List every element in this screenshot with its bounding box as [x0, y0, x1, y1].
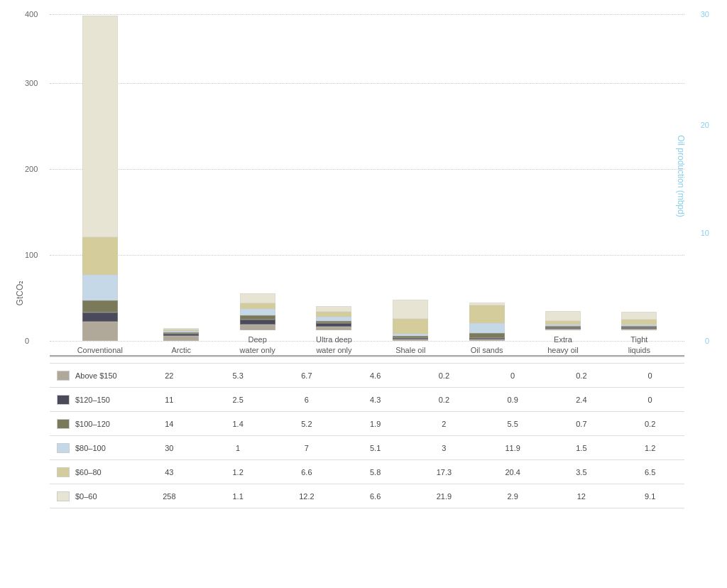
data-cell-60-80-extra-heavy: 3.5 — [547, 468, 616, 477]
data-cell-60-80-tight-liquids: 6.5 — [616, 468, 684, 477]
data-cell-0-60-extra-heavy: 12 — [547, 492, 616, 501]
bar-group-extra-heavy: Extraheavy oil — [545, 311, 581, 355]
stacked-bar-extra-heavy — [545, 311, 581, 331]
y-tick-left: 0 — [25, 337, 29, 345]
legend-label-0-60: $0–60 — [75, 492, 97, 501]
bar-segment-deep-water-above150 — [240, 325, 275, 330]
data-cell-100-120-tight-liquids: 0.2 — [616, 420, 684, 428]
data-cell-80-100-extra-heavy: 1.5 — [547, 444, 616, 452]
bar-group-shale-oil: Shale oil — [393, 300, 428, 355]
bar-segment-conventional-60-80 — [82, 237, 118, 274]
data-cell-80-100-oil-sands: 11.9 — [479, 444, 547, 452]
bar-label-deep-water: Deepwater only — [240, 334, 275, 355]
data-cell-above150-ultra-deep: 4.6 — [341, 371, 410, 380]
bar-segment-shale-oil-above150 — [393, 339, 428, 341]
y-tick-right: 30 — [701, 10, 709, 18]
data-cell-0-60-oil-sands: 2.9 — [479, 492, 547, 501]
data-cell-60-80-ultra-deep: 5.8 — [341, 468, 410, 477]
bar-group-conventional: Conventional — [77, 16, 123, 355]
bar-segment-conventional-120-150 — [82, 312, 118, 322]
bar-segment-arctic-above150 — [163, 336, 199, 340]
bar-group-arctic: Arctic — [163, 328, 199, 355]
bar-segment-tight-liquids-0-60 — [621, 312, 657, 320]
data-cell-above150-shale-oil: 0.2 — [410, 371, 479, 380]
data-cell-120-150-tight-liquids: 0 — [616, 396, 684, 404]
data-cell-60-80-shale-oil: 17.3 — [410, 468, 479, 477]
bar-segment-conventional-0-60 — [82, 16, 118, 237]
legend-label-100-120: $100–120 — [75, 420, 110, 428]
bar-label-arctic: Arctic — [172, 345, 192, 355]
data-cell-100-120-ultra-deep: 1.9 — [341, 420, 410, 428]
bar-segment-deep-water-60-80 — [240, 303, 275, 309]
bar-segment-oil-sands-above150 — [469, 339, 505, 341]
bars-area: ConventionalArcticDeepwater onlyUltra de… — [50, 14, 684, 355]
legend-swatch-120-150 — [57, 395, 70, 405]
bar-segment-oil-sands-80-100 — [469, 323, 505, 333]
legend-swatch-above150 — [57, 371, 70, 381]
data-cell-100-120-arctic: 1.4 — [204, 420, 273, 428]
bar-segment-deep-water-80-100 — [240, 309, 275, 315]
legend-label-120-150: $120–150 — [75, 396, 110, 404]
y-tick-left: 400 — [25, 10, 38, 18]
bar-segment-deep-water-120-150 — [240, 320, 275, 325]
chart-area: 01002003004000102030ConventionalArcticDe… — [50, 14, 684, 355]
legend-label-60-80: $60–80 — [75, 468, 102, 477]
data-cell-100-120-oil-sands: 5.5 — [479, 420, 547, 428]
legend-cell-100-120: $100–120 — [50, 419, 135, 429]
data-cell-0-60-tight-liquids: 9.1 — [616, 492, 684, 501]
data-cell-120-150-ultra-deep: 4.3 — [341, 396, 410, 404]
stacked-bar-shale-oil — [393, 300, 428, 340]
data-table: Above $150225.36.74.60.200.20$120–150112… — [50, 355, 684, 508]
data-cell-100-120-deep-water: 5.2 — [273, 420, 341, 428]
data-cell-80-100-tight-liquids: 1.2 — [616, 444, 684, 452]
data-cell-60-80-arctic: 1.2 — [204, 468, 273, 477]
legend-swatch-80-100 — [57, 443, 70, 453]
data-cell-120-150-extra-heavy: 2.4 — [547, 396, 616, 404]
y-tick-right: 10 — [701, 229, 709, 237]
y-tick-right: 20 — [701, 121, 709, 129]
bar-segment-extra-heavy-0-60 — [545, 311, 581, 322]
legend-swatch-60-80 — [57, 467, 70, 477]
data-cell-0-60-shale-oil: 21.9 — [410, 492, 479, 501]
stacked-bar-oil-sands — [469, 303, 505, 340]
legend-cell-above150: Above $150 — [50, 371, 135, 381]
table-row-80-100: $80–10030175.1311.91.51.2 — [50, 436, 684, 460]
data-cell-80-100-conventional: 30 — [135, 444, 204, 452]
bar-segment-extra-heavy-above150 — [545, 329, 581, 330]
bar-segment-shale-oil-0-60 — [393, 300, 428, 319]
y-tick-left: 200 — [25, 165, 38, 173]
bar-segment-conventional-80-100 — [82, 275, 118, 300]
data-cell-0-60-deep-water: 12.2 — [273, 492, 341, 501]
table-row-60-80: $60–80431.26.65.817.320.43.56.5 — [50, 460, 684, 484]
legend-cell-80-100: $80–100 — [50, 443, 135, 453]
table-row-120-150: $120–150112.564.30.20.92.40 — [50, 388, 684, 412]
data-cell-80-100-ultra-deep: 5.1 — [341, 444, 410, 452]
data-cell-above150-tight-liquids: 0 — [616, 371, 684, 380]
bar-group-tight-liquids: Tightliquids — [621, 312, 657, 355]
data-cell-60-80-conventional: 43 — [135, 468, 204, 477]
data-cell-120-150-oil-sands: 0.9 — [479, 396, 547, 404]
bar-segment-ultra-deep-0-60 — [316, 306, 351, 312]
legend-label-above150: Above $150 — [75, 371, 117, 380]
data-cell-above150-oil-sands: 0 — [479, 371, 547, 380]
data-cell-120-150-shale-oil: 0.2 — [410, 396, 479, 404]
bar-segment-shale-oil-60-80 — [393, 319, 428, 334]
y-tick-left: 100 — [25, 251, 38, 259]
stacked-bar-deep-water — [240, 293, 275, 331]
data-cell-120-150-arctic: 2.5 — [204, 396, 273, 404]
bar-label-extra-heavy: Extraheavy oil — [547, 334, 578, 355]
data-cell-above150-extra-heavy: 0.2 — [547, 371, 616, 380]
data-cell-100-120-conventional: 14 — [135, 420, 204, 428]
bar-segment-tight-liquids-above150 — [621, 329, 657, 330]
legend-cell-60-80: $60–80 — [50, 467, 135, 477]
stacked-bar-ultra-deep — [316, 306, 351, 330]
bar-segment-oil-sands-100-120 — [469, 333, 505, 338]
y-tick-right: 0 — [705, 337, 709, 345]
data-cell-above150-deep-water: 6.7 — [273, 371, 341, 380]
y-tick-left: 300 — [25, 79, 38, 87]
legend-cell-120-150: $120–150 — [50, 395, 135, 405]
table-header-row — [50, 356, 684, 364]
stacked-bar-arctic — [163, 328, 199, 340]
bar-group-oil-sands: Oil sands — [469, 303, 505, 355]
legend-label-80-100: $80–100 — [75, 444, 106, 452]
